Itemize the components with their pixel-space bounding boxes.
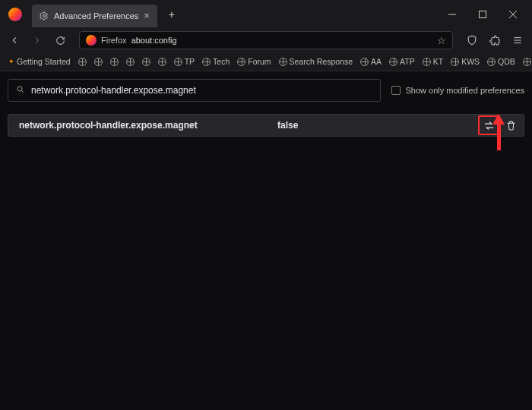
search-box[interactable] [8, 79, 381, 102]
bookmark-label: Search Response [290, 57, 353, 66]
bookmark-label: Tech [213, 57, 230, 66]
bookmark-label: Forum [248, 57, 271, 66]
firefox-logo-icon [8, 8, 22, 21]
urlbar-identity: Firefox [101, 36, 127, 45]
about-config-content: Show only modified preferences network.p… [0, 71, 532, 144]
globe-icon [174, 58, 182, 66]
reload-button[interactable] [50, 30, 70, 50]
firefox-page-icon [86, 35, 97, 46]
bookmark-label: Getting Started [17, 57, 71, 66]
globe-icon [94, 58, 103, 66]
bookmarks-bar: ✦ Getting Started TPTechForumSearch Resp… [0, 52, 532, 71]
globe-icon [523, 58, 531, 66]
minimize-button[interactable] [438, 4, 467, 25]
bookmark-item[interactable]: TP [170, 55, 198, 68]
bookmark-item[interactable] [106, 55, 122, 68]
bookmark-star-button[interactable]: ☆ [437, 35, 446, 46]
urlbar-text: about:config [131, 36, 177, 45]
svg-point-8 [17, 87, 22, 91]
shield-icon[interactable] [462, 30, 482, 50]
bookmark-item[interactable] [154, 55, 170, 68]
show-only-modified-label: Show only modified preferences [405, 86, 524, 95]
bookmark-item[interactable]: Forum [233, 55, 274, 68]
navbar: Firefox about:config ☆ [0, 28, 532, 52]
preference-row: network.protocol-handler.expose.magnet f… [8, 114, 524, 137]
window-controls [438, 4, 527, 25]
forward-button[interactable] [27, 30, 47, 50]
bookmark-item[interactable] [90, 55, 106, 68]
svg-line-9 [21, 90, 24, 93]
getting-started-icon: ✦ [8, 58, 14, 65]
bookmark-item[interactable]: Search Response [275, 55, 356, 68]
show-only-modified-checkbox[interactable]: Show only modified preferences [391, 86, 524, 95]
globe-icon [487, 58, 496, 66]
close-tab-button[interactable]: × [144, 10, 150, 21]
bookmark-item[interactable]: SecurityUpdates [519, 55, 532, 68]
globe-icon [142, 58, 150, 66]
bookmark-label: QDB [498, 57, 515, 66]
bookmark-item[interactable]: KT [419, 55, 447, 68]
search-input[interactable] [31, 85, 372, 96]
svg-rect-2 [480, 11, 486, 17]
gear-icon [40, 11, 49, 20]
maximize-button[interactable] [468, 4, 497, 25]
globe-icon [78, 58, 87, 66]
app-menu-button[interactable] [508, 30, 527, 50]
bookmark-item[interactable]: AA [356, 55, 385, 68]
bookmark-label: ATP [400, 57, 415, 66]
globe-icon [423, 58, 431, 66]
bookmark-label: KWS [461, 57, 480, 66]
globe-icon [360, 58, 369, 66]
bookmark-item[interactable] [74, 55, 90, 68]
bookmark-item[interactable]: ATP [385, 55, 419, 68]
delete-pref-button[interactable] [502, 117, 519, 134]
tab-title: Advanced Preferences [54, 11, 138, 20]
bookmark-getting-started[interactable]: ✦ Getting Started [5, 55, 74, 68]
bookmark-label: TP [185, 57, 195, 66]
urlbar[interactable]: Firefox about:config ☆ [79, 31, 453, 49]
annotation-arrow-icon [496, 114, 503, 152]
preference-name: network.protocol-handler.expose.magnet [19, 120, 277, 131]
bookmark-label: KT [433, 57, 443, 66]
new-tab-button[interactable]: + [163, 6, 180, 23]
globe-icon [451, 58, 459, 66]
checkbox-icon [391, 86, 401, 95]
bookmark-item[interactable]: Tech [198, 55, 233, 68]
globe-icon [126, 58, 135, 66]
search-icon [16, 84, 25, 97]
browser-tab[interactable]: Advanced Preferences × [32, 5, 157, 27]
preference-value: false [277, 120, 298, 131]
bookmark-label: AA [371, 57, 382, 66]
close-window-button[interactable] [499, 4, 527, 25]
globe-icon [202, 58, 211, 66]
app-icon [5, 8, 26, 21]
bookmark-item[interactable]: KWS [447, 55, 483, 68]
svg-point-0 [43, 14, 46, 17]
globe-icon [110, 58, 119, 66]
globe-icon [389, 58, 397, 66]
globe-icon [237, 58, 245, 66]
globe-icon [158, 58, 166, 66]
bookmark-item[interactable] [138, 55, 154, 68]
bookmark-item[interactable]: QDB [483, 55, 519, 68]
bookmark-item[interactable] [122, 55, 138, 68]
titlebar: Advanced Preferences × + [0, 0, 532, 28]
extensions-button[interactable] [485, 30, 505, 50]
back-button[interactable] [5, 30, 24, 50]
globe-icon [279, 58, 287, 66]
